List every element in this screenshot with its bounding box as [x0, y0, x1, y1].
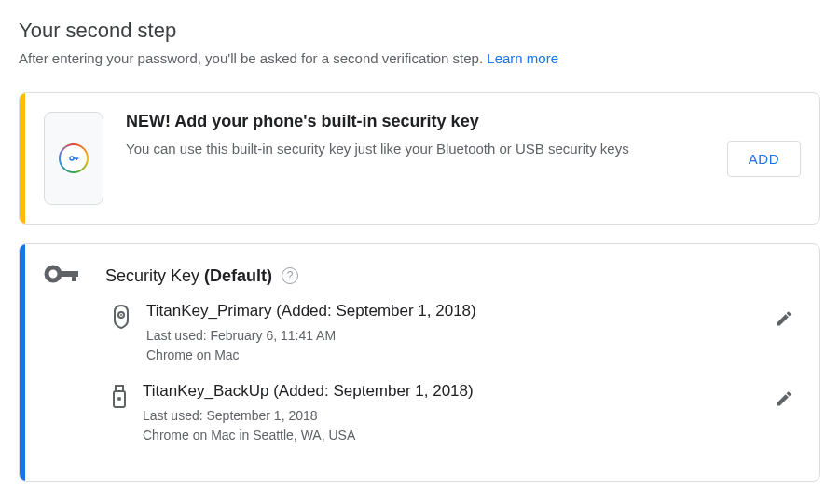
key-last-used: Last used: September 1, 2018 — [143, 406, 756, 426]
phone-key-ring-icon — [59, 143, 89, 173]
titan-fob-icon — [111, 304, 131, 334]
key-glyph-icon — [66, 151, 81, 166]
security-key-item: TitanKey_Primary (Added: September 1, 20… — [111, 302, 801, 365]
page-subtitle: After entering your password, you'll be … — [19, 50, 820, 66]
card-accent-orange — [20, 93, 25, 224]
key-context: Chrome on Mac in Seattle, WA, USA — [143, 426, 756, 445]
key-last-used: Last used: February 6, 11:41 AM — [146, 326, 756, 346]
security-key-card: Security Key (Default) ? TitanKey_Primar… — [19, 243, 820, 482]
edit-key-button[interactable] — [767, 302, 801, 338]
security-key-default-badge: (Default) — [204, 266, 272, 285]
security-key-list: TitanKey_Primary (Added: September 1, 20… — [111, 302, 801, 445]
svg-rect-3 — [72, 271, 76, 281]
phone-illustration — [44, 112, 103, 205]
subtitle-text: After entering your password, you'll be … — [19, 50, 487, 66]
learn-more-link[interactable]: Learn more — [487, 50, 558, 66]
security-key-section-title: Security Key (Default) — [105, 266, 272, 286]
pencil-icon — [775, 389, 793, 408]
key-context: Chrome on Mac — [146, 346, 756, 365]
page-title: Your second step — [19, 19, 820, 43]
svg-point-0 — [70, 157, 74, 160]
svg-point-8 — [117, 397, 121, 401]
help-icon[interactable]: ? — [282, 267, 298, 284]
svg-point-1 — [47, 267, 60, 280]
add-phone-key-button[interactable]: ADD — [727, 141, 801, 177]
svg-point-5 — [120, 314, 122, 316]
promo-desc: You can use this built-in security key j… — [126, 139, 708, 160]
security-key-icon — [44, 263, 83, 289]
phone-key-promo-card: NEW! Add your phone's built-in security … — [19, 92, 820, 225]
edit-key-button[interactable] — [767, 382, 801, 418]
card-accent-blue — [20, 244, 25, 481]
security-key-title-text: Security Key — [105, 266, 204, 285]
security-key-item: TitanKey_BackUp (Added: September 1, 201… — [111, 382, 801, 445]
key-name: TitanKey_Primary (Added: September 1, 20… — [146, 302, 756, 320]
titan-usb-icon — [111, 384, 128, 414]
promo-title: NEW! Add your phone's built-in security … — [126, 112, 708, 131]
pencil-icon — [775, 309, 793, 328]
key-name: TitanKey_BackUp (Added: September 1, 201… — [143, 382, 756, 401]
